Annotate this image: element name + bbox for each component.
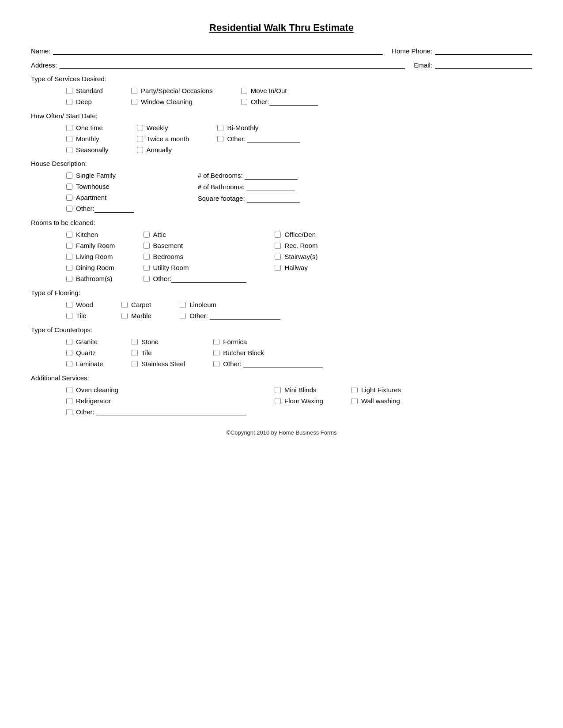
checkbox-housedesc-other-input[interactable] (66, 206, 72, 212)
countertops-col3: Formica Butcher Block Other: (213, 338, 323, 368)
checkbox-utilityroom-input[interactable] (144, 265, 150, 271)
checkbox-twiceamonth-label: Twice a month (147, 135, 189, 143)
checkbox-onetime-input[interactable] (66, 125, 72, 131)
checkbox-linoleum-input[interactable] (180, 302, 186, 308)
checkbox-bathrooms-input[interactable] (66, 276, 72, 282)
checkbox-annually-label: Annually (147, 146, 172, 154)
checkbox-lightfixtures-input[interactable] (351, 387, 358, 393)
address-input[interactable] (60, 61, 405, 69)
checkbox-tile-counter-input[interactable] (132, 350, 138, 356)
checkbox-marble-input[interactable] (121, 313, 128, 319)
checkbox-basement-input[interactable] (144, 243, 150, 249)
checkbox-services-other-input[interactable] (241, 99, 247, 105)
checkbox-weekly-input[interactable] (137, 125, 143, 131)
checkbox-granite-input[interactable] (66, 339, 72, 345)
checkbox-countertops-other-input[interactable] (213, 361, 219, 367)
checkbox-attic-input[interactable] (144, 232, 150, 238)
checkbox-kitchen-input[interactable] (66, 232, 72, 238)
checkbox-butcherblock-input[interactable] (213, 350, 219, 356)
checkbox-hallway: Hallway (275, 264, 317, 271)
checkbox-recroom-input[interactable] (275, 243, 281, 249)
checkbox-party-label: Party/Special Occasions (141, 87, 213, 94)
checkbox-officeden-input[interactable] (275, 232, 281, 238)
services-col1: Standard Deep (66, 87, 103, 105)
checkbox-formica: Formica (213, 338, 323, 345)
checkbox-butcherblock-label: Butcher Block (223, 349, 264, 356)
email-input[interactable] (435, 61, 532, 69)
checkbox-seasonally-input[interactable] (66, 147, 72, 153)
homephone-input[interactable] (435, 47, 532, 55)
checkbox-formica-input[interactable] (213, 339, 219, 345)
checkbox-apartment-label: Apartment (76, 194, 106, 201)
checkbox-stainlesssteel-input[interactable] (132, 361, 138, 367)
checkbox-floorwaxing: Floor Waxing (275, 397, 323, 405)
additional-col2: Mini Blinds Floor Waxing (275, 386, 323, 405)
checkbox-flooring-other-label: Other: (189, 312, 280, 320)
rooms-col2: Attic Basement Bedrooms Utility Room Oth… (144, 231, 247, 283)
additional-checkboxes: Oven cleaning Refrigerator Other: Mini B… (66, 386, 532, 416)
checkbox-stainlesssteel: Stainless Steel (132, 360, 185, 368)
checkbox-officeden-label: Office/Den (284, 231, 316, 238)
checkbox-window-input[interactable] (131, 99, 137, 105)
checkbox-moveinout-input[interactable] (241, 88, 247, 94)
checkbox-howoften-other-input[interactable] (217, 136, 223, 142)
checkbox-party-input[interactable] (131, 88, 137, 94)
checkbox-window-label: Window Cleaning (141, 98, 193, 105)
checkbox-rooms-other-input[interactable] (144, 276, 150, 282)
checkbox-refrigerator-input[interactable] (66, 398, 72, 404)
checkbox-laminate-input[interactable] (66, 361, 72, 367)
checkbox-familyroom: Family Room (66, 242, 115, 249)
housedesc-section-label: House Description: (31, 160, 532, 167)
checkbox-twiceamonth: Twice a month (137, 135, 189, 143)
checkbox-deep-input[interactable] (66, 99, 72, 105)
checkbox-stone-input[interactable] (132, 339, 138, 345)
checkbox-marble: Marble (121, 312, 151, 319)
checkbox-quartz-input[interactable] (66, 350, 72, 356)
checkbox-officeden: Office/Den (275, 231, 317, 238)
checkbox-howoften-other: Other: (217, 135, 300, 143)
checkbox-livingroom-input[interactable] (66, 254, 72, 260)
checkbox-deep: Deep (66, 98, 103, 105)
checkbox-standard-input[interactable] (66, 88, 72, 94)
checkbox-housedesc-other-label: Other: (76, 205, 134, 213)
checkbox-stairways-input[interactable] (275, 254, 281, 260)
checkbox-diningroom-input[interactable] (66, 265, 72, 271)
checkbox-quartz-label: Quartz (76, 349, 96, 356)
checkbox-monthly-input[interactable] (66, 136, 72, 142)
checkbox-carpet-input[interactable] (121, 302, 128, 308)
name-input[interactable] (53, 47, 383, 55)
checkbox-hallway-input[interactable] (275, 265, 281, 271)
checkbox-townhouse-input[interactable] (66, 184, 72, 190)
checkbox-tile-input[interactable] (66, 313, 72, 319)
checkbox-annually-input[interactable] (137, 147, 143, 153)
checkbox-granite: Granite (66, 338, 103, 345)
bathrooms-label: # of Bathrooms: (198, 183, 295, 191)
checkbox-wood-input[interactable] (66, 302, 72, 308)
rooms-col1: Kitchen Family Room Living Room Dining R… (66, 231, 115, 282)
checkbox-bathrooms: Bathroom(s) (66, 275, 115, 282)
services-col3: Move In/Out Other: (241, 87, 318, 106)
checkbox-bimonthly-input[interactable] (217, 125, 223, 131)
checkbox-bedrooms-label: Bedrooms (153, 253, 183, 260)
howoften-col3: Bi-Monthly Other: (217, 124, 300, 143)
checkbox-floorwaxing-input[interactable] (275, 398, 281, 404)
checkbox-singlefamily-input[interactable] (66, 173, 72, 179)
checkbox-additional-other-label: Other: (76, 408, 246, 416)
checkbox-ovencleaning-input[interactable] (66, 387, 72, 393)
checkbox-stainlesssteel-label: Stainless Steel (141, 360, 185, 368)
checkbox-additional-other-input[interactable] (66, 409, 72, 415)
checkbox-housedesc-other: Other: (66, 205, 134, 213)
checkbox-floorwaxing-label: Floor Waxing (284, 397, 323, 405)
services-col2: Party/Special Occasions Window Cleaning (131, 87, 213, 105)
checkbox-wallwashing-input[interactable] (351, 398, 358, 404)
checkbox-flooring-other-input[interactable] (180, 313, 186, 319)
checkbox-tile-label: Tile (76, 312, 87, 319)
housedesc-col2: # of Bedrooms: # of Bathrooms: Square fo… (198, 172, 300, 203)
checkbox-miniblinds-input[interactable] (275, 387, 281, 393)
checkbox-twiceamonth-input[interactable] (137, 136, 143, 142)
checkbox-familyroom-input[interactable] (66, 243, 72, 249)
checkbox-bedrooms-input[interactable] (144, 254, 150, 260)
checkbox-kitchen-label: Kitchen (76, 231, 98, 238)
checkbox-apartment-input[interactable] (66, 195, 72, 201)
checkbox-linoleum: Linoleum (180, 301, 280, 308)
